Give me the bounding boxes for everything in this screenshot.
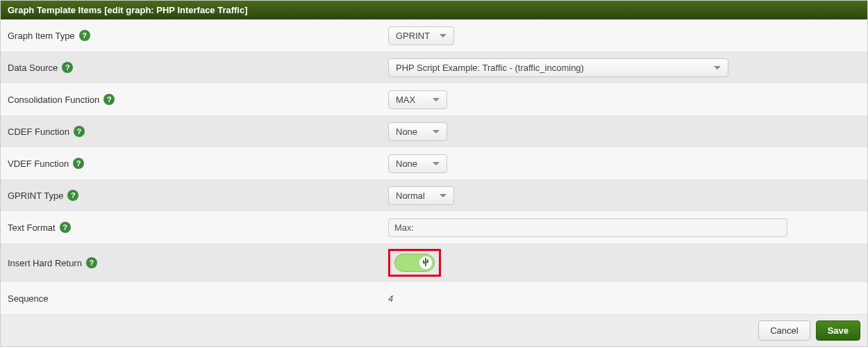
help-icon[interactable]: ? <box>86 257 97 268</box>
panel-header: Graph Template Items [edit graph: PHP In… <box>1 1 867 19</box>
label-data-source: Data Source ? <box>8 62 388 73</box>
label-text: Insert Hard Return <box>8 258 82 268</box>
form-panel: Graph Template Items [edit graph: PHP In… <box>0 0 868 347</box>
select-value: MAX <box>396 95 415 105</box>
help-icon[interactable]: ? <box>79 30 90 41</box>
label-hard-return: Insert Hard Return ? <box>8 257 388 268</box>
highlight-box <box>388 249 441 277</box>
select-value: None <box>396 127 417 137</box>
save-button[interactable]: Save <box>816 320 860 341</box>
select-value: None <box>396 159 417 169</box>
select-value: Normal <box>396 190 425 201</box>
chevron-down-icon <box>433 162 440 165</box>
select-value: GPRINT <box>396 31 430 41</box>
row-graph-item-type: Graph Item Type ? GPRINT <box>1 19 867 51</box>
row-gprint-type: GPRINT Type ? Normal <box>1 179 867 211</box>
chevron-down-icon <box>433 130 440 133</box>
select-vdef[interactable]: None <box>388 154 447 173</box>
select-gprint-type[interactable]: Normal <box>388 186 454 205</box>
label-text: GPRINT Type <box>8 190 63 201</box>
label-text: Text Format <box>8 222 56 233</box>
panel-title: Graph Template Items [edit graph: PHP In… <box>8 5 248 15</box>
help-icon[interactable]: ? <box>62 62 73 73</box>
row-text-format: Text Format ? <box>1 211 867 243</box>
label-text: Consolidation Function <box>8 95 99 105</box>
select-cdef[interactable]: None <box>388 122 447 141</box>
help-icon[interactable]: ? <box>67 190 78 201</box>
toggle-hard-return[interactable] <box>394 254 435 272</box>
chevron-down-icon <box>440 34 446 38</box>
row-consolidation: Consolidation Function ? MAX <box>1 83 867 115</box>
help-icon[interactable]: ? <box>73 158 84 169</box>
row-vdef: VDEF Function ? None <box>1 147 867 179</box>
label-gprint-type: GPRINT Type ? <box>8 190 388 201</box>
row-data-source: Data Source ? PHP Script Example: Traffi… <box>1 51 867 83</box>
cactus-icon <box>422 258 429 268</box>
label-sequence: Sequence <box>8 293 388 304</box>
help-icon[interactable]: ? <box>103 94 115 105</box>
label-text-format: Text Format ? <box>8 222 388 233</box>
select-consolidation[interactable]: MAX <box>388 90 447 109</box>
toggle-knob <box>419 256 433 270</box>
label-consolidation: Consolidation Function ? <box>8 94 388 105</box>
label-text: Sequence <box>8 293 49 304</box>
row-cdef: CDEF Function ? None <box>1 115 867 147</box>
select-data-source[interactable]: PHP Script Example: Traffic - (traffic_i… <box>388 58 728 77</box>
row-sequence: Sequence 4 <box>1 282 867 314</box>
select-graph-item-type[interactable]: GPRINT <box>388 26 454 45</box>
chevron-down-icon <box>440 194 446 197</box>
help-icon[interactable]: ? <box>74 126 85 137</box>
label-text: VDEF Function <box>8 159 69 169</box>
label-cdef: CDEF Function ? <box>8 126 388 137</box>
input-text-format[interactable] <box>388 218 787 237</box>
select-value: PHP Script Example: Traffic - (traffic_i… <box>396 63 584 73</box>
label-text: CDEF Function <box>8 127 69 137</box>
label-vdef: VDEF Function ? <box>8 158 388 169</box>
footer: Cancel Save <box>1 314 867 346</box>
chevron-down-icon <box>714 66 721 70</box>
chevron-down-icon <box>433 98 440 102</box>
label-text: Graph Item Type <box>8 31 75 41</box>
help-icon[interactable]: ? <box>60 222 71 233</box>
row-hard-return: Insert Hard Return ? <box>1 243 867 282</box>
label-graph-item-type: Graph Item Type ? <box>8 30 388 41</box>
sequence-value: 4 <box>388 293 393 304</box>
cancel-button[interactable]: Cancel <box>758 320 810 341</box>
label-text: Data Source <box>8 63 58 73</box>
